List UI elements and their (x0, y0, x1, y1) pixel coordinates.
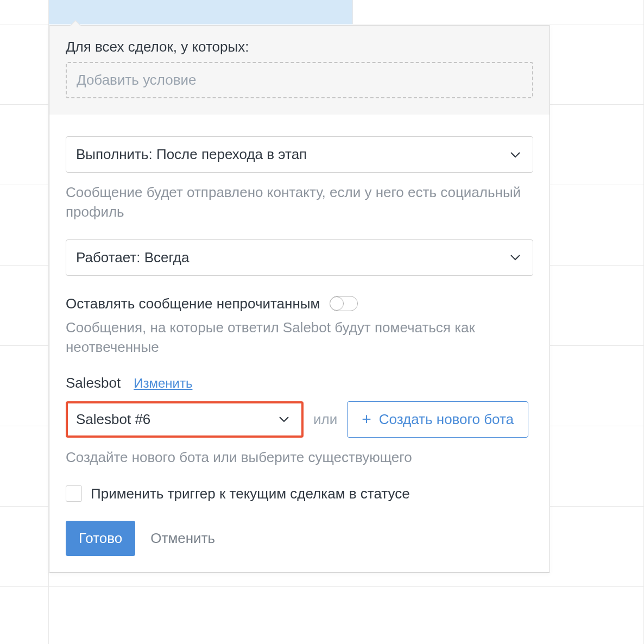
salesbot-header: Salesbot Изменить (66, 375, 533, 392)
salesbot-helper: Создайте нового бота или выберите сущест… (66, 447, 533, 467)
action-buttons: Готово Отменить (66, 521, 533, 556)
toggle-knob (330, 296, 344, 311)
execute-select-value: Выполнить: После перехода в этап (76, 146, 307, 163)
chevron-down-icon (510, 151, 521, 158)
apply-trigger-checkbox[interactable] (66, 485, 82, 502)
unread-helper: Сообщения, на которые ответил Salebot бу… (66, 318, 533, 357)
create-bot-button[interactable]: + Создать нового бота (347, 401, 528, 438)
salesbot-select[interactable]: Salesbot #6 (66, 401, 304, 438)
trigger-config-panel: Для всех сделок, у которых: Добавить усл… (49, 25, 550, 573)
cancel-button[interactable]: Отменить (150, 530, 215, 547)
condition-section: Для всех сделок, у которых: Добавить усл… (49, 26, 550, 115)
schedule-select-value: Работает: Всегда (76, 249, 190, 266)
unread-toggle-row: Оставлять сообщение непрочитанным (66, 295, 533, 312)
bot-selection-row: Salesbot #6 или + Создать нового бота (66, 401, 533, 438)
apply-trigger-row: Применить триггер к текущим сделкам в ст… (66, 485, 533, 502)
salesbot-select-value: Salesbot #6 (76, 411, 150, 428)
done-button[interactable]: Готово (66, 521, 135, 556)
chevron-down-icon (279, 416, 289, 422)
plus-icon: + (362, 411, 371, 427)
execute-select[interactable]: Выполнить: После перехода в этап (66, 136, 533, 173)
chevron-down-icon (510, 254, 521, 261)
unread-toggle-label: Оставлять сообщение непрочитанным (66, 295, 320, 312)
unread-toggle[interactable] (330, 296, 358, 311)
apply-trigger-label: Применить триггер к текущим сделкам в ст… (91, 485, 410, 502)
salesbot-title: Salesbot (66, 375, 121, 392)
add-condition-input[interactable]: Добавить условие (66, 62, 533, 98)
schedule-select[interactable]: Работает: Всегда (66, 239, 533, 276)
create-bot-label: Создать нового бота (379, 411, 514, 428)
salesbot-edit-link[interactable]: Изменить (134, 376, 192, 391)
or-separator: или (313, 411, 337, 428)
condition-title: Для всех сделок, у которых: (66, 39, 533, 55)
execute-helper: Сообщение будет отправлено контакту, есл… (66, 182, 533, 222)
